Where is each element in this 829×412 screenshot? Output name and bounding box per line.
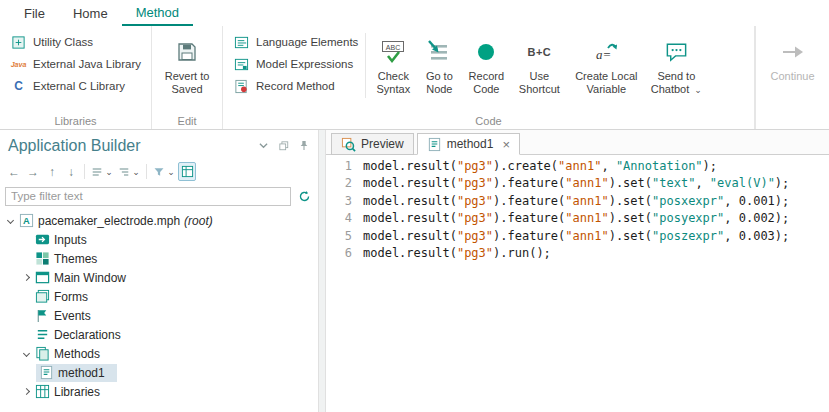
expander-icon[interactable] — [20, 271, 33, 284]
toolbar-separator — [146, 164, 147, 179]
go-to-node-icon — [425, 37, 453, 67]
line-number: 3 — [326, 193, 352, 210]
filter-input[interactable] — [5, 187, 291, 206]
c-icon: C — [10, 78, 27, 94]
panel-toolbar: ← → ↑ ↓ ⌄ ⌄ ⌄ — [0, 159, 318, 184]
preview-icon — [341, 137, 356, 152]
button-label: Check Syntax — [369, 70, 417, 96]
group-label-code: Code — [223, 115, 754, 127]
collapse-all-dropdown-button[interactable]: ⌄ — [89, 162, 115, 181]
code-text: model.result("pg3").feature("ann1").set(… — [363, 228, 789, 245]
tree-item-themes[interactable]: Themes — [0, 249, 318, 268]
expander-icon — [20, 328, 33, 341]
expand-all-dropdown-button[interactable]: ⌄ — [116, 162, 142, 181]
tree-item-label: Inputs — [54, 233, 87, 247]
panel-splitter[interactable] — [318, 130, 326, 412]
external-c-library-button[interactable]: C External C Library — [6, 75, 145, 97]
toolbar-separator — [84, 164, 85, 179]
record-method-icon — [233, 78, 250, 94]
methods-icon — [34, 346, 50, 362]
expander-icon[interactable] — [4, 214, 17, 227]
use-shortcut-button[interactable]: B+C Use Shortcut — [511, 31, 567, 112]
go-to-node-button[interactable]: Go to Node — [417, 31, 461, 112]
send-to-chatbot-button[interactable]: Send to Chatbot ⌄ — [645, 31, 707, 112]
language-elements-button[interactable]: Language Elements — [229, 31, 362, 53]
code-line: 1model.result("pg3").create("ann1", "Ann… — [326, 158, 829, 175]
tree-item-methods[interactable]: Methods — [0, 344, 318, 363]
code-text: model.result("pg3").feature("ann1").set(… — [363, 175, 789, 192]
ribbon-tab-bar: File Home Method — [0, 0, 829, 26]
tree-item-method1[interactable]: method1 — [0, 363, 318, 382]
expander-icon — [20, 309, 33, 322]
editor-pane: Preview method1 × 1model.result("pg3").c… — [326, 130, 829, 412]
use-shortcut-icon: B+C — [525, 37, 553, 67]
line-number: 1 — [326, 158, 352, 175]
expander-icon[interactable] — [20, 347, 33, 360]
tree-item-main-window[interactable]: Main Window — [0, 268, 318, 287]
create-local-variable-button[interactable]: a= Create Local Variable — [567, 31, 645, 112]
comsol-application-builder-window: File Home Method Utility Class Java Exte… — [0, 0, 829, 412]
group-label-libraries: Libraries — [0, 115, 151, 127]
line-number: 5 — [326, 228, 352, 245]
tree-item-events[interactable]: Events — [0, 306, 318, 325]
show-details-toggle-button[interactable] — [178, 162, 196, 181]
button-label: Language Elements — [256, 36, 358, 48]
code-lines: 1model.result("pg3").create("ann1", "Ann… — [326, 158, 829, 262]
move-up-button[interactable]: ↑ — [43, 162, 61, 181]
chevron-down-icon: ⌄ — [105, 167, 113, 177]
svg-text:a=: a= — [596, 47, 611, 62]
tab-file[interactable]: File — [10, 0, 59, 26]
expander-icon — [20, 290, 33, 303]
filter-dropdown-button[interactable]: ⌄ — [151, 162, 177, 181]
language-elements-icon — [233, 34, 250, 50]
line-number: 4 — [326, 210, 352, 227]
application-builder-panel: Application Builder ← → ↑ ↓ — [0, 130, 318, 412]
close-tab-icon[interactable]: × — [502, 138, 510, 151]
chevron-down-icon: ⌄ — [132, 167, 140, 177]
code-text: model.result("pg3").feature("ann1").set(… — [363, 193, 789, 210]
expander-icon[interactable] — [20, 385, 33, 398]
forward-button[interactable]: → — [24, 162, 42, 181]
ribbon-group-code: Language Elements Model Expressions Reco… — [223, 26, 755, 129]
tab-method[interactable]: Method — [122, 0, 193, 26]
external-java-library-button[interactable]: Java External Java Library — [6, 53, 145, 75]
back-button[interactable]: ← — [5, 162, 23, 181]
tree-item-forms[interactable]: Forms — [0, 287, 318, 306]
record-method-button[interactable]: Record Method — [229, 75, 362, 97]
utility-class-button[interactable]: Utility Class — [6, 31, 145, 53]
utility-class-icon — [10, 34, 27, 50]
tree-item-inputs[interactable]: Inputs — [0, 230, 318, 249]
record-code-button[interactable]: Record Code — [461, 31, 511, 112]
button-label: Record Method — [256, 80, 335, 92]
panel-menu-icon[interactable] — [257, 139, 270, 152]
tab-preview[interactable]: Preview — [331, 133, 414, 155]
tab-home[interactable]: Home — [59, 0, 122, 26]
code-line: 4model.result("pg3").feature("ann1").set… — [326, 210, 829, 227]
revert-to-saved-button[interactable]: Revert to Saved — [158, 31, 216, 112]
pin-icon[interactable] — [297, 139, 310, 152]
tab-method1[interactable]: method1 × — [417, 133, 520, 155]
group-separator — [365, 33, 366, 98]
tree-item-label: Forms — [54, 290, 88, 304]
tree-item-label: Main Window — [54, 271, 126, 285]
java-icon: Java — [10, 56, 27, 72]
float-panel-icon[interactable] — [277, 139, 290, 152]
refresh-icon[interactable] — [295, 187, 313, 205]
check-syntax-button[interactable]: ABC Check Syntax — [369, 31, 417, 112]
ribbon-group-edit: Revert to Saved Edit — [152, 26, 223, 129]
model-expressions-button[interactable]: Model Expressions — [229, 53, 362, 75]
continue-button[interactable]: Continue — [762, 31, 823, 112]
events-icon — [34, 308, 50, 324]
code-text: model.result("pg3").run(); — [363, 245, 551, 262]
button-label: Continue — [770, 70, 814, 83]
move-down-button[interactable]: ↓ — [62, 162, 80, 181]
tree-item-declarations[interactable]: Declarations — [0, 325, 318, 344]
editor-tab-bar: Preview method1 × — [326, 130, 829, 155]
code-editor[interactable]: 1model.result("pg3").create("ann1", "Ann… — [326, 155, 829, 412]
tree-item-libraries[interactable]: Libraries — [0, 382, 318, 401]
svg-text:ABC: ABC — [386, 44, 400, 51]
tab-label: method1 — [447, 137, 494, 151]
tree-item-root[interactable]: A pacemaker_electrode.mph (root) — [0, 211, 318, 230]
method-icon — [38, 365, 54, 381]
method-file-icon — [427, 137, 442, 152]
